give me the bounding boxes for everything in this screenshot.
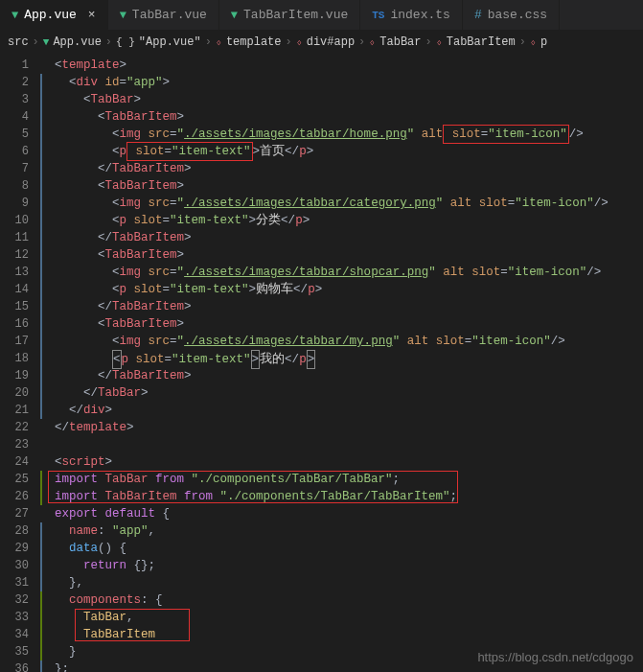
tag-icon: ⬨ — [530, 36, 537, 48]
highlight-box: slot="item-text" — [126, 142, 253, 161]
breadcrumb-item[interactable]: TabBarItem — [447, 35, 516, 49]
tab-app-vue[interactable]: ▼ App.vue × — [0, 0, 108, 30]
vue-icon: ▼ — [231, 9, 238, 22]
vue-icon: ▼ — [11, 9, 18, 22]
tab-label: App.vue — [24, 8, 77, 22]
tab-base-css[interactable]: # base.css — [463, 0, 560, 30]
vue-icon: ▼ — [43, 36, 50, 48]
tab-label: TabBarItem.vue — [243, 8, 348, 22]
tab-tabbaritem-vue[interactable]: ▼ TabBarItem.vue — [219, 0, 360, 30]
hash-icon: # — [474, 8, 482, 22]
tab-label: index.ts — [390, 8, 449, 22]
chevron-right-icon: › — [105, 35, 112, 49]
breadcrumb-item[interactable]: p — [540, 35, 547, 49]
tab-label: TabBar.vue — [132, 8, 207, 22]
ts-icon: TS — [372, 10, 384, 21]
chevron-right-icon: › — [205, 35, 212, 49]
tag-icon: ⬨ — [296, 36, 303, 48]
brace-icon: { } — [116, 36, 135, 48]
tag-icon: ⬨ — [369, 36, 376, 48]
chevron-right-icon: › — [425, 35, 432, 49]
chevron-right-icon: › — [33, 35, 39, 49]
code-editor[interactable]: 1234567891011121314151617181920212223242… — [0, 54, 643, 672]
tab-label: base.css — [488, 8, 547, 22]
editor-tabs: ▼ App.vue × ▼ TabBar.vue ▼ TabBarItem.vu… — [0, 0, 643, 31]
breadcrumb-item[interactable]: template — [226, 35, 282, 49]
highlight-box: slot="item-icon" — [443, 125, 569, 144]
breadcrumb: src › ▼ App.vue › { } "App.vue" › ⬨ temp… — [0, 31, 643, 54]
watermark: https://blog.csdn.net/cdgogo — [477, 649, 633, 666]
tag-icon: ⬨ — [436, 36, 443, 48]
breadcrumb-item[interactable]: "App.vue" — [139, 35, 201, 49]
tab-tabbar-vue[interactable]: ▼ TabBar.vue — [108, 0, 219, 30]
breadcrumb-item[interactable]: div#app — [307, 35, 355, 49]
vue-icon: ▼ — [120, 9, 126, 22]
breadcrumb-item[interactable]: App.vue — [53, 35, 101, 49]
breadcrumb-item[interactable]: src — [8, 35, 29, 49]
highlight-box — [75, 609, 190, 641]
chevron-right-icon: › — [519, 35, 526, 49]
line-gutter: 1234567891011121314151617181920212223242… — [0, 54, 40, 672]
breadcrumb-item[interactable]: TabBar — [379, 35, 421, 49]
highlight-box — [48, 471, 458, 503]
code-content[interactable]: <template> <div id="app"> <TabBar> <TabB… — [40, 54, 643, 672]
close-icon[interactable]: × — [88, 8, 96, 22]
tab-index-ts[interactable]: TS index.ts — [360, 0, 463, 30]
tag-icon: ⬨ — [216, 36, 222, 48]
chevron-right-icon: › — [358, 35, 365, 49]
chevron-right-icon: › — [285, 35, 291, 49]
